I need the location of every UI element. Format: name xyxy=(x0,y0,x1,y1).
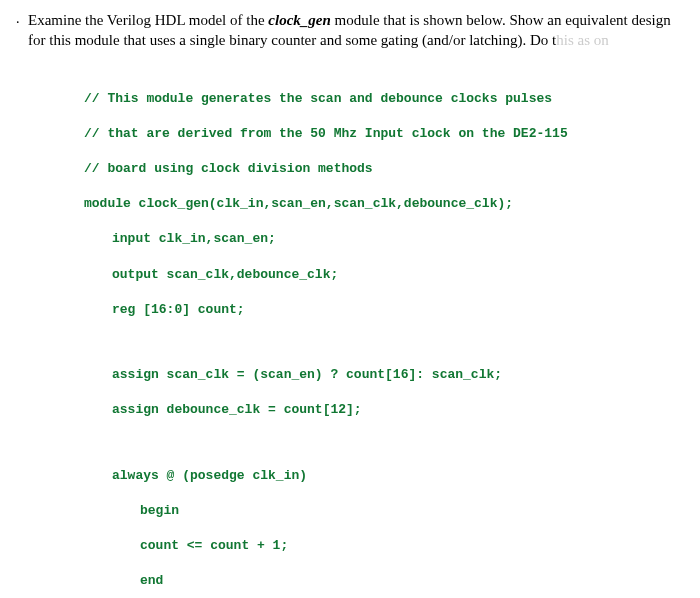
code-line: assign scan_clk = (scan_en) ? count[16]:… xyxy=(84,366,684,384)
question-1: . Examine the Verilog HDL model of the c… xyxy=(16,10,684,51)
q1-bullet: . xyxy=(16,10,28,51)
code-line: always @ (posedge clk_in) xyxy=(84,467,684,485)
verilog-code-block: // This module generates the scan and de… xyxy=(84,73,684,599)
code-line: module clock_gen(clk_in,scan_en,scan_clk… xyxy=(84,195,684,213)
code-line: end xyxy=(84,572,684,590)
code-line: input clk_in,scan_en; xyxy=(84,230,684,248)
q1-text: Examine the Verilog HDL model of the clo… xyxy=(28,10,684,51)
q1-faded: his as on xyxy=(556,32,609,48)
code-line: assign debounce_clk = count[12]; xyxy=(84,401,684,419)
code-line: reg [16:0] count; xyxy=(84,301,684,319)
code-line: begin xyxy=(84,502,684,520)
code-line: // This module generates the scan and de… xyxy=(84,90,684,108)
code-line: // that are derived from the 50 Mhz Inpu… xyxy=(84,125,684,143)
q1-italic-clockgen: clock_gen xyxy=(268,12,330,28)
code-line: output scan_clk,debounce_clk; xyxy=(84,266,684,284)
code-line: // board using clock division methods xyxy=(84,160,684,178)
code-line: count <= count + 1; xyxy=(84,537,684,555)
q1-part1: Examine the Verilog HDL model of the xyxy=(28,12,268,28)
